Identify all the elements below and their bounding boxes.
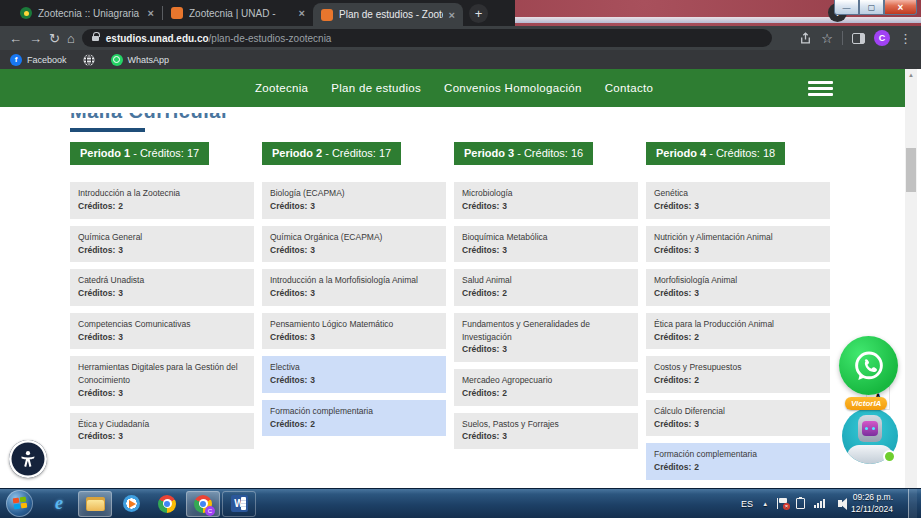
show-desktop-button[interactable]	[908, 489, 917, 518]
action-center-flag-icon[interactable]	[777, 498, 787, 509]
page-scrollbar[interactable]: ▲	[905, 69, 917, 488]
title-underline	[70, 128, 145, 132]
course-card[interactable]: Cálculo DiferencialCréditos:3	[646, 400, 830, 437]
unad-favicon	[171, 7, 183, 19]
close-tab-icon[interactable]: ×	[148, 7, 154, 19]
lock-icon[interactable]	[92, 36, 99, 41]
minimize-button[interactable]: —	[834, 0, 859, 15]
tray-clock[interactable]: 09:26 p.m. 12/11/2024	[851, 492, 893, 515]
tab-uniagraria[interactable]: Zootecnia :: Uniagraria ×	[12, 0, 162, 26]
windows-taskbar: e C W ES ▲ 09:26 p.m. 12/11/2024	[0, 488, 921, 518]
toolbar-divider	[842, 31, 843, 45]
clipboard-tray-icon[interactable]	[796, 498, 805, 509]
course-card-elective[interactable]: Formación complementariaCréditos:2	[262, 400, 446, 437]
bookmark-facebook[interactable]: f Facebook	[10, 54, 67, 66]
facebook-icon: f	[10, 54, 22, 66]
course-card[interactable]: Herramientas Digitales para la Gestión d…	[70, 356, 254, 405]
tab-strip: Zootecnia :: Uniagraria × Zootecnia | UN…	[0, 0, 515, 26]
course-card[interactable]: Bioquímica MetabólicaCréditos:3	[454, 226, 638, 263]
taskbar-file-explorer[interactable]	[78, 491, 112, 517]
taskbar-internet-explorer[interactable]: e	[42, 491, 76, 517]
media-player-icon	[123, 495, 140, 512]
tab-unad[interactable]: Zootecnia | UNAD - ×	[163, 0, 313, 26]
maximize-button[interactable]: ▢	[859, 0, 884, 15]
share-icon[interactable]	[799, 32, 812, 45]
nav-item-contacto[interactable]: Contacto	[605, 82, 653, 94]
course-card-elective[interactable]: ElectivaCréditos:3	[262, 356, 446, 393]
taskbar-chrome-profile[interactable]: C	[186, 491, 220, 517]
language-indicator[interactable]: ES	[741, 499, 753, 509]
tab-title: Zootecnia :: Uniagraria	[38, 8, 142, 19]
start-button[interactable]	[6, 490, 33, 517]
course-card-elective[interactable]: Formación complementariaCréditos:2	[646, 443, 830, 480]
side-panel-icon[interactable]	[852, 33, 865, 44]
back-icon[interactable]: ←	[9, 32, 22, 45]
course-card[interactable]: Química GeneralCréditos:3	[70, 226, 254, 263]
scrollbar-thumb[interactable]	[906, 148, 916, 192]
course-card[interactable]: GenéticaCréditos:3	[646, 182, 830, 219]
internet-explorer-icon: e	[55, 493, 63, 514]
course-card[interactable]: Biología (ECAPMA)Créditos:3	[262, 182, 446, 219]
period-4-column: Periodo 4 - Créditos: 18 GenéticaCrédito…	[646, 142, 830, 487]
nav-item-convenios[interactable]: Convenios Homologación	[444, 82, 582, 94]
close-tab-icon[interactable]: ×	[299, 7, 305, 19]
uniagraria-favicon	[20, 7, 32, 19]
address-bar[interactable]: estudios.unad.edu.co/plan-de-estudios-zo…	[82, 29, 772, 47]
course-card[interactable]: Nutrición y Alimentación AnimalCréditos:…	[646, 226, 830, 263]
new-tab-button[interactable]: +	[469, 4, 488, 23]
nav-item-plan-de-estudios[interactable]: Plan de estudios	[331, 82, 421, 94]
course-card[interactable]: Suelos, Pastos y ForrajesCréditos:3	[454, 413, 638, 450]
victoria-badge: VictorIA	[845, 397, 887, 410]
course-card[interactable]: Fundamentos y Generalidades de Investiga…	[454, 313, 638, 362]
url-path: /plan-de-estudios-zootecnia	[209, 33, 332, 44]
tab-plan-de-estudios[interactable]: Plan de estudios - Zootecnia - ×	[313, 3, 463, 26]
period-2-column: Periodo 2 - Créditos: 17 Biología (ECAPM…	[262, 142, 446, 443]
volume-icon[interactable]	[838, 500, 842, 507]
page-viewport: Zootecnia Plan de estudios Convenios Hom…	[0, 69, 921, 488]
course-card[interactable]: Morfofisiología AnimalCréditos:3	[646, 269, 830, 306]
period-2-header: Periodo 2 - Créditos: 17	[262, 142, 401, 165]
nav-item-zootecnia[interactable]: Zootecnia	[255, 82, 308, 94]
close-window-button[interactable]: ×	[884, 0, 917, 15]
close-tab-icon[interactable]: ×	[449, 9, 455, 21]
accessibility-widget-button[interactable]	[9, 440, 47, 478]
network-signal-icon[interactable]	[814, 499, 825, 508]
home-icon[interactable]: ⌂	[67, 32, 75, 45]
taskbar-media-player[interactable]	[114, 491, 148, 517]
bookmark-globe[interactable]	[83, 54, 95, 66]
course-card[interactable]: Química Orgánica (ECAPMA)Créditos:3	[262, 226, 446, 263]
course-card[interactable]: Costos y PresupuestosCréditos:2	[646, 356, 830, 393]
period-4-header: Periodo 4 - Créditos: 18	[646, 142, 785, 165]
whatsapp-icon	[851, 348, 887, 384]
whatsapp-icon	[111, 54, 123, 66]
course-card[interactable]: MicrobiologíaCréditos:3	[454, 182, 638, 219]
page-title-clipped: Malla Curricular	[70, 113, 330, 120]
whatsapp-chat-button[interactable]	[839, 336, 898, 395]
folder-icon	[86, 497, 105, 511]
course-card[interactable]: Ética para la Producción AnimalCréditos:…	[646, 313, 830, 350]
toolbar-actions: ☆ C ⋮	[799, 30, 912, 46]
hidden-icons-arrow[interactable]: ▲	[762, 501, 768, 507]
bookmark-whatsapp[interactable]: WhatsApp	[111, 54, 170, 66]
scrollbar-up-arrow[interactable]: ▲	[905, 69, 917, 81]
profile-avatar[interactable]: C	[874, 30, 890, 46]
course-card[interactable]: Pensamiento Lógico MatemáticoCréditos:3	[262, 313, 446, 350]
bookmark-star-icon[interactable]: ☆	[821, 32, 833, 45]
course-card[interactable]: Salud AnimalCréditos:2	[454, 269, 638, 306]
course-card[interactable]: Competencias ComunicativasCréditos:3	[70, 313, 254, 350]
reload-icon[interactable]: ↻	[49, 32, 60, 45]
system-tray: ES ▲ 09:26 p.m. 12/11/2024	[741, 489, 921, 518]
course-card[interactable]: Mercadeo AgropecuarioCréditos:2	[454, 369, 638, 406]
course-card[interactable]: Introducción a la Morfofisiología Animal…	[262, 269, 446, 306]
forward-icon[interactable]: →	[29, 32, 42, 45]
course-card[interactable]: Ética y CiudadaníaCréditos:3	[70, 413, 254, 450]
course-card[interactable]: Catedrá UnadistaCréditos:3	[70, 269, 254, 306]
course-card[interactable]: Introducción a la ZootecniaCréditos:2	[70, 182, 254, 219]
taskbar-chrome[interactable]	[150, 491, 184, 517]
chrome-icon: C	[194, 495, 212, 513]
taskbar-word[interactable]: W	[222, 491, 256, 517]
hamburger-menu-icon[interactable]	[808, 81, 833, 98]
menu-dots-icon[interactable]: ⋮	[899, 32, 912, 45]
bookmarks-bar: f Facebook WhatsApp	[0, 50, 921, 69]
tab-title: Plan de estudios - Zootecnia -	[339, 9, 443, 20]
